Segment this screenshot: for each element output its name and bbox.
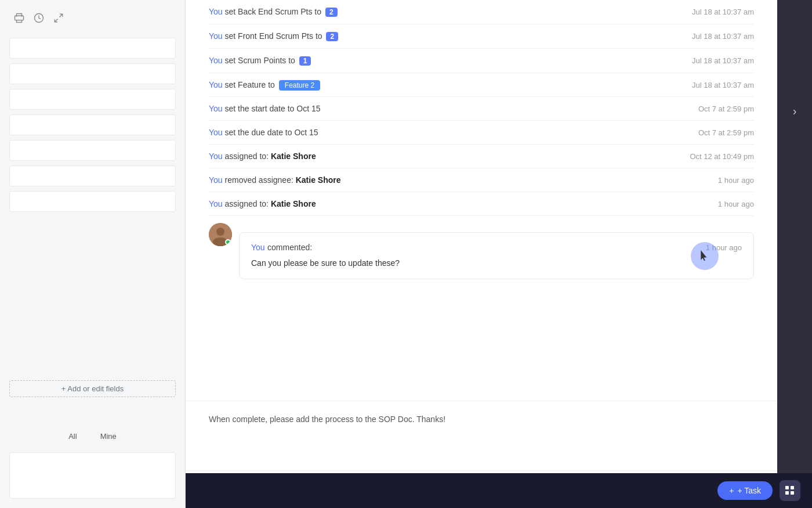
- add-edit-fields-button[interactable]: + Add or edit fields: [9, 380, 176, 397]
- activity-you-7: You: [209, 152, 223, 161]
- comment-block-wrapper: You commented: 1 hour ago Can you please…: [209, 216, 754, 296]
- field-row-3: [9, 89, 176, 110]
- activity-time-5: Oct 7 at 2:59 pm: [698, 105, 754, 113]
- svg-rect-24: [785, 486, 789, 489]
- right-sidebar: ›: [777, 0, 812, 508]
- cursor-indicator: [691, 242, 719, 270]
- activity-log: You set Back End Scrum Pts to 2 Jul 18 a…: [186, 0, 777, 401]
- filter-tab-mine[interactable]: Mine: [91, 430, 126, 443]
- svg-line-3: [55, 19, 57, 22]
- activity-item-9: You assigned to: Katie Shore 1 hour ago: [209, 192, 754, 216]
- activity-text-2: You set Front End Scrum Pts to 2: [209, 31, 678, 41]
- svg-rect-0: [17, 20, 22, 23]
- field-row-5: [9, 140, 176, 161]
- activity-time-1: Jul 18 at 10:37 am: [692, 8, 754, 16]
- activity-text-4: You set Feature to Feature 2: [209, 80, 678, 89]
- activity-text-9: You assigned to: Katie Shore: [209, 199, 704, 208]
- task-label: + Task: [737, 486, 761, 495]
- comment-text: Can you please be sure to update these?: [251, 257, 742, 269]
- activity-text-6: You set the due date to Oct 15: [209, 128, 684, 137]
- activity-item-5: You set the start date to Oct 15 Oct 7 a…: [209, 97, 754, 121]
- activity-desc-8: removed assignee:: [225, 175, 296, 185]
- activity-text-5: You set the start date to Oct 15: [209, 104, 684, 113]
- activity-feature-badge: Feature 2: [279, 80, 320, 91]
- activity-you-9: You: [209, 199, 223, 208]
- activity-item-2: You set Front End Scrum Pts to 2 Jul 18 …: [209, 24, 754, 49]
- sidebar-fields: [0, 33, 185, 376]
- field-row-4: [9, 114, 176, 135]
- activity-item-7: You assigned to: Katie Shore Oct 12 at 1…: [209, 145, 754, 168]
- svg-point-5: [216, 228, 224, 236]
- comment-author-line: You commented:: [251, 242, 312, 253]
- field-row-2: [9, 63, 176, 84]
- activity-text-1: You set Back End Scrum Pts to 2: [209, 7, 678, 17]
- bottom-bar: + + Task: [186, 473, 812, 508]
- input-text-content[interactable]: When complete, please add the process to…: [209, 413, 754, 426]
- apps-grid-button[interactable]: [780, 480, 800, 501]
- activity-assignee-7: Katie Shore: [271, 152, 316, 161]
- activity-item-6: You set the due date to Oct 15 Oct 7 at …: [209, 121, 754, 145]
- comment-author: You: [251, 243, 265, 252]
- activity-time-6: Oct 7 at 2:59 pm: [698, 128, 754, 137]
- activity-desc-4: set Feature to: [225, 80, 277, 89]
- svg-line-2: [60, 15, 63, 17]
- activity-item-3: You set Scrum Points to 1 Jul 18 at 10:3…: [209, 49, 754, 73]
- activity-time-8: 1 hour ago: [718, 176, 754, 185]
- activity-desc-5: set the start date to Oct 15: [225, 104, 321, 113]
- svg-rect-26: [785, 491, 789, 495]
- activity-time-3: Jul 18 at 10:37 am: [692, 56, 754, 65]
- expand-icon[interactable]: [53, 12, 64, 24]
- field-row-6: [9, 165, 176, 186]
- activity-you-4: You: [209, 80, 223, 89]
- activity-you-8: You: [209, 175, 223, 185]
- activity-desc-3: set Scrum Points to: [225, 56, 298, 65]
- activity-badge-2: 2: [326, 32, 338, 41]
- text-input-area[interactable]: When complete, please add the process to…: [186, 401, 777, 470]
- activity-assignee-8: Katie Shore: [296, 175, 341, 185]
- activity-you-6: You: [209, 128, 223, 137]
- activity-time-4: Jul 18 at 10:37 am: [692, 81, 754, 89]
- activity-item-4: You set Feature to Feature 2 Jul 18 at 1…: [209, 73, 754, 97]
- activity-text-7: You assigned to: Katie Shore: [209, 152, 676, 161]
- activity-you-1: You: [209, 7, 223, 16]
- activity-time-9: 1 hour ago: [718, 200, 754, 208]
- activity-text-3: You set Scrum Points to 1: [209, 56, 678, 66]
- activity-time-2: Jul 18 at 10:37 am: [692, 32, 754, 41]
- history-icon[interactable]: [34, 12, 44, 24]
- avatar: [209, 223, 232, 246]
- main-content: You set Back End Scrum Pts to 2 Jul 18 a…: [186, 0, 777, 508]
- avatar-online-indicator: [225, 239, 231, 245]
- activity-desc-2: set Front End Scrum Pts to: [225, 31, 325, 41]
- field-row-7: [9, 191, 176, 212]
- task-plus-icon: +: [729, 486, 734, 495]
- filter-tabs: All Mine: [0, 430, 185, 443]
- activity-badge-3: 1: [299, 56, 311, 66]
- comment-header: You commented: 1 hour ago: [251, 242, 742, 253]
- left-sidebar: + Add or edit fields All Mine: [0, 0, 186, 508]
- activity-text-8: You removed assignee: Katie Shore: [209, 175, 704, 185]
- sidebar-bottom-card: [9, 452, 176, 499]
- activity-you-3: You: [209, 56, 223, 65]
- activity-item-8: You removed assignee: Katie Shore 1 hour…: [209, 168, 754, 192]
- activity-you-5: You: [209, 104, 223, 113]
- activity-time-7: Oct 12 at 10:49 pm: [690, 152, 754, 161]
- activity-you-2: You: [209, 31, 223, 41]
- field-row-1: [9, 38, 176, 59]
- svg-rect-27: [791, 491, 794, 495]
- chevron-right-icon[interactable]: ›: [793, 105, 797, 118]
- svg-rect-25: [791, 486, 794, 489]
- activity-item-1: You set Back End Scrum Pts to 2 Jul 18 a…: [209, 0, 754, 24]
- activity-desc-1: set Back End Scrum Pts to: [225, 7, 324, 16]
- comment-block: You commented: 1 hour ago Can you please…: [239, 232, 754, 279]
- activity-desc-9: assigned to:: [225, 199, 271, 208]
- comment-action: commented:: [267, 243, 312, 252]
- print-icon[interactable]: [14, 12, 24, 24]
- add-task-button[interactable]: + + Task: [717, 481, 773, 500]
- activity-assignee-9: Katie Shore: [271, 199, 316, 208]
- sidebar-toolbar: [0, 0, 185, 33]
- activity-desc-6: set the due date to Oct 15: [225, 128, 318, 137]
- filter-tab-all[interactable]: All: [59, 430, 86, 443]
- activity-badge-1: 2: [325, 8, 338, 17]
- activity-desc-7: assigned to:: [225, 152, 271, 161]
